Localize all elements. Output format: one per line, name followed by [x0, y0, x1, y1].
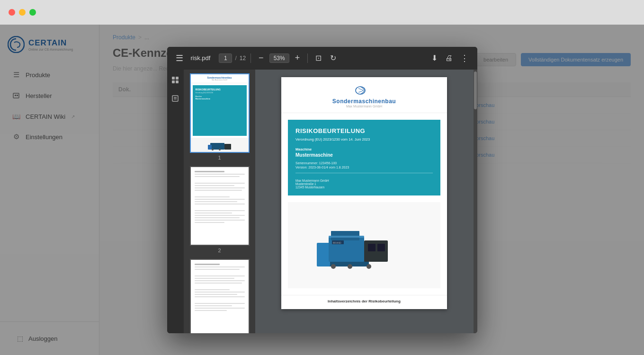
version-info: Version: 2023-08-01/4 vom 1.8.2023	[295, 166, 433, 173]
svg-point-14	[212, 149, 214, 151]
main-document-title: RISIKOBEURTEILUNG	[295, 127, 433, 134]
svg-rect-4	[172, 77, 175, 80]
divider-1	[250, 53, 251, 63]
address-city: 12345 Musterhausen	[295, 186, 433, 189]
pdf-menu-button[interactable]: ☰	[173, 51, 186, 65]
pdf-viewer-modal: ☰ risk.pdf / 12 − 53% + ⊡ ↻ ⬇ 🖨 ⋮	[167, 47, 477, 333]
zoom-in-button[interactable]: +	[292, 52, 303, 64]
scrollbar-track[interactable]	[474, 70, 477, 333]
zoom-display: 53%	[269, 53, 289, 63]
pdf-page-sep: /	[235, 55, 236, 62]
toc-section: Inhaltsverzeichnis der Risikobeurteilung	[281, 295, 447, 309]
thumb-page-num-1: 1	[218, 155, 221, 160]
svg-rect-13	[224, 144, 231, 150]
pdf-thumbnail-2[interactable]: 2	[190, 166, 250, 253]
pdf-filename: risk.pdf	[191, 54, 211, 62]
pdf-page-input[interactable]	[219, 53, 232, 63]
traffic-light-yellow[interactable]	[19, 9, 26, 16]
rotate-button[interactable]: ↻	[327, 53, 339, 63]
svg-rect-7	[176, 80, 179, 83]
pdf-thumbnail-3[interactable]: 3	[190, 259, 250, 333]
machine-name: Mustermaschine	[295, 152, 433, 158]
traffic-light-red[interactable]	[9, 9, 15, 16]
company-logo-area	[291, 85, 438, 96]
traffic-lights	[9, 9, 36, 16]
pdf-toolbar: ☰ risk.pdf / 12 − 53% + ⊡ ↻ ⬇ 🖨 ⋮	[167, 47, 477, 70]
pdf-thumbnail-panel: Sondermaschinenbau Max Mustermann GmbH R…	[184, 70, 255, 333]
company-subtitle-header: Max Mustermann GmbH	[291, 105, 438, 108]
svg-rect-8	[172, 96, 178, 101]
thumb-page-num-2: 2	[218, 248, 221, 253]
svg-point-25	[348, 264, 352, 269]
pdf-page-1: Sondermaschinenbau Max Mustermann GmbH R…	[281, 77, 447, 309]
more-options-button[interactable]: ⋮	[457, 51, 472, 65]
pdf-main-view[interactable]: Sondermaschinenbau Max Mustermann GmbH R…	[255, 70, 474, 333]
traffic-light-green[interactable]	[29, 9, 36, 16]
svg-rect-27	[329, 236, 364, 238]
pdf-page-total: 12	[240, 55, 246, 62]
svg-rect-22	[368, 244, 376, 251]
teal-cover-box: RISIKOBEURTEILUNG Verordnung (EU) 2023/1…	[288, 120, 440, 195]
svg-text:BRAND: BRAND	[333, 241, 341, 244]
svg-point-15	[219, 149, 221, 151]
svg-point-16	[356, 87, 365, 94]
pdf-body: Sondermaschinenbau Max Mustermann GmbH R…	[167, 70, 477, 333]
svg-point-24	[331, 264, 336, 269]
print-button[interactable]: 🖨	[442, 52, 456, 64]
svg-rect-18	[317, 243, 330, 266]
machine-image-area: BRAND	[288, 202, 440, 288]
zoom-out-button[interactable]: −	[256, 52, 267, 64]
svg-rect-5	[176, 77, 179, 80]
machine-svg: BRAND	[317, 219, 411, 271]
svg-rect-23	[377, 244, 385, 251]
machine-label: Maschine	[295, 147, 433, 151]
svg-point-26	[367, 264, 371, 269]
svg-rect-12	[208, 145, 212, 150]
thumbnails-toggle-button[interactable]	[170, 74, 181, 87]
company-name: Sondermaschinenbau	[291, 98, 438, 105]
download-button[interactable]: ⬇	[429, 52, 440, 64]
regulation-text: Verordnung (EU) 2023/1230 vom 14. Juni 2…	[295, 137, 433, 142]
serial-number: Seriennummer: 123456-100	[295, 161, 433, 165]
pdf-side-icons	[167, 70, 184, 333]
divider-2	[307, 53, 308, 63]
scrollbar-thumb[interactable]	[474, 71, 477, 109]
svg-rect-11	[210, 143, 224, 150]
fit-page-button[interactable]: ⊡	[313, 53, 324, 63]
window-chrome	[0, 0, 644, 25]
pdf-thumbnail-1[interactable]: Sondermaschinenbau Max Mustermann GmbH R…	[190, 73, 250, 160]
outline-toggle-button[interactable]	[170, 93, 181, 106]
address-name: Max Mustermann GmbH	[295, 179, 433, 182]
overlay[interactable]: ☰ risk.pdf / 12 − 53% + ⊡ ↻ ⬇ 🖨 ⋮	[0, 25, 644, 355]
svg-rect-6	[172, 80, 175, 83]
toc-title: Inhaltsverzeichnis der Risikobeurteilung	[288, 299, 440, 303]
address-street: Musterstraße 1	[295, 182, 433, 186]
